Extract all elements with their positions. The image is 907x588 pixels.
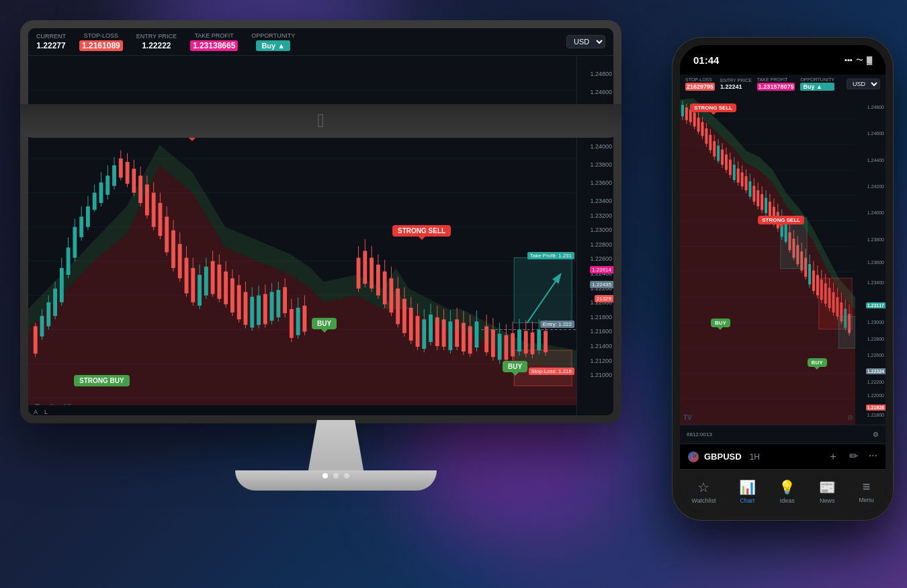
dot-2 <box>333 473 339 478</box>
iphone-currency-select[interactable]: USD <box>847 79 880 89</box>
entry-col: ENTRY PRICE 1.22222 <box>136 33 177 50</box>
time-settings-icon[interactable]: ⚙ <box>873 431 879 438</box>
header-right: USD <box>566 35 605 48</box>
news-label: News <box>820 497 835 504</box>
iphone-status-bar: 01:44 ▪▪▪ 〜 ▓ <box>680 45 886 75</box>
signal-buy-1: BUY <box>312 318 337 329</box>
imac-stand-neck <box>289 420 383 474</box>
entry-label: ENTRY PRICE <box>136 33 177 40</box>
time-1200: 12:00 <box>693 431 706 437</box>
iphone-time-bar: 6 8 12:00 13 ⚙ <box>680 425 886 444</box>
nav-news[interactable]: 📰 News <box>819 479 836 504</box>
iphone-chart-svg <box>680 93 855 425</box>
entry-label: Entry: 1.222 <box>540 321 574 328</box>
time-13: 13 <box>706 431 712 437</box>
imac-screen-bezel: CURRENT 1.22277 STOP-LOSS 1.2161089 ENTR… <box>20 20 621 423</box>
takeprofit-label: TAKE PROFIT <box>194 32 233 39</box>
iphone-signal-buy2: BUY <box>808 358 827 367</box>
opportunity-value: Buy ▲ <box>256 40 290 51</box>
apple-logo:  <box>317 110 324 132</box>
iphone-entry-value: 1.22241 <box>720 83 752 90</box>
add-icon[interactable]: ＋ <box>828 450 838 464</box>
carousel-dots <box>322 473 349 478</box>
iphone-opp-col: OPPORTUNITY Buy ▲ <box>800 77 834 91</box>
current-value: 1.22277 <box>36 41 65 50</box>
iphone-tp-value: 1.231578075 <box>757 83 795 91</box>
iphone-signal-ss1: STRONG SELL <box>690 103 736 112</box>
current-col: CURRENT 1.22277 <box>36 33 66 50</box>
iphone-device: 01:44 ▪▪▪ 〜 ▓ STOP-LOSS 21629795 ENTRY P… <box>672 37 894 521</box>
iphone-signal-ss2: STRONG SELL <box>758 216 804 224</box>
iphone-chart-header: STOP-LOSS 21629795 ENTRY PRICE 1.22241 T… <box>680 75 886 93</box>
battery-icon: ▓ <box>867 56 872 64</box>
imac-chin:  <box>20 104 621 138</box>
stoploss-col: STOP-LOSS 1.2161089 <box>79 32 123 51</box>
pair-name: GBPUSD <box>704 452 742 462</box>
currency-select[interactable]: USD <box>566 35 605 48</box>
iphone-screen: 01:44 ▪▪▪ 〜 ▓ STOP-LOSS 21629795 ENTRY P… <box>680 45 886 513</box>
bottom-bar: A L <box>28 405 576 415</box>
opportunity-col: OPPORTUNITY Buy ▲ <box>251 32 295 51</box>
entry-value: 1.22222 <box>142 41 171 50</box>
stoploss-value: 1.2161089 <box>79 40 123 51</box>
chart-icon: 📊 <box>739 479 756 495</box>
iphone-price-axis: 1.24800 1.24600 1.24400 1.24200 1.24000 … <box>855 93 886 425</box>
iphone-opp-label: OPPORTUNITY <box>800 77 834 82</box>
iphone-chart-area: 1.24800 1.24600 1.24400 1.24200 1.24000 … <box>680 93 886 425</box>
pair-flag: 🏴 <box>688 452 699 462</box>
pencil-icon[interactable]: ✏ <box>849 450 858 464</box>
signal-buy-2: BUY <box>503 361 527 372</box>
wifi-icon: 〜 <box>856 55 863 65</box>
stoploss-label: STOP-LOSS <box>84 32 118 39</box>
menu-icon: ≡ <box>863 479 871 495</box>
nav-watchlist[interactable]: ☆ Watchlist <box>691 479 716 504</box>
bottom-nav: ☆ Watchlist 📊 Chart 💡 Ideas 📰 News ≡ <box>680 469 886 513</box>
chart-label: Chart <box>740 497 754 504</box>
nav-ideas[interactable]: 💡 Ideas <box>779 479 795 504</box>
news-icon: 📰 <box>819 479 836 495</box>
iphone-entry-label: ENTRY PRICE <box>720 78 752 83</box>
iphone-stoploss-value: 21629795 <box>685 83 715 91</box>
current-label: CURRENT <box>36 33 66 40</box>
signal-strong-sell-2: STRONG SELL <box>392 225 451 237</box>
takeprofit-col: TAKE PROFIT 1.23138665 <box>190 32 238 51</box>
iphone-stoploss-label: STOP-LOSS <box>685 77 715 82</box>
imac-screen: CURRENT 1.22277 STOP-LOSS 1.2161089 ENTR… <box>28 28 613 415</box>
iphone-opp-value: Buy ▲ <box>800 83 834 91</box>
stop-loss-label: Stop-Loss: 1.216 <box>529 368 574 375</box>
imac-device: CURRENT 1.22277 STOP-LOSS 1.2161089 ENTR… <box>20 20 652 538</box>
iphone-tv-logo: TV <box>683 414 692 421</box>
nav-menu[interactable]: ≡ Menu <box>859 479 874 503</box>
pair-bar[interactable]: 🏴 GBPUSD 1H ＋ ✏ ··· <box>680 444 886 469</box>
svg-rect-235 <box>781 218 807 269</box>
svg-rect-259 <box>838 317 855 348</box>
more-icon[interactable]: ··· <box>869 450 877 464</box>
iphone-content: STOP-LOSS 21629795 ENTRY PRICE 1.22241 T… <box>680 75 886 513</box>
ideas-icon: 💡 <box>779 479 795 495</box>
iphone-signal-buy1: BUY <box>711 319 730 327</box>
status-icons: ▪▪▪ 〜 ▓ <box>845 55 872 65</box>
iphone-entry-col: ENTRY PRICE 1.22241 <box>720 78 752 90</box>
dot-1 <box>322 473 328 478</box>
watchlist-label: Watchlist <box>691 497 716 504</box>
status-time: 01:44 <box>693 54 719 66</box>
take-profit-label: Take Profit: 1.231 <box>527 252 574 259</box>
signal-icon: ▪▪▪ <box>845 56 853 64</box>
pair-actions: ＋ ✏ ··· <box>828 450 877 464</box>
opportunity-label: OPPORTUNITY <box>251 32 295 39</box>
signal-strong-buy: STRONG BUY <box>74 375 130 386</box>
iphone-tp-label: TAKE PROFIT <box>757 77 795 82</box>
chart-header: CURRENT 1.22277 STOP-LOSS 1.2161089 ENTR… <box>28 28 613 56</box>
menu-label: Menu <box>859 497 874 503</box>
nav-chart[interactable]: 📊 Chart <box>739 479 756 504</box>
iphone-tp-col: TAKE PROFIT 1.231578075 <box>757 77 795 91</box>
takeprofit-value: 1.23138665 <box>190 40 238 51</box>
iphone-notch <box>742 45 823 64</box>
trade-box-green <box>514 258 572 323</box>
watchlist-icon: ☆ <box>697 479 709 495</box>
pair-timeframe: 1H <box>750 452 760 462</box>
iphone-settings-icon[interactable]: ⚙ <box>847 414 853 421</box>
ideas-label: Ideas <box>780 497 795 504</box>
dot-3 <box>344 473 349 478</box>
iphone-stoploss-col: STOP-LOSS 21629795 <box>685 77 715 91</box>
